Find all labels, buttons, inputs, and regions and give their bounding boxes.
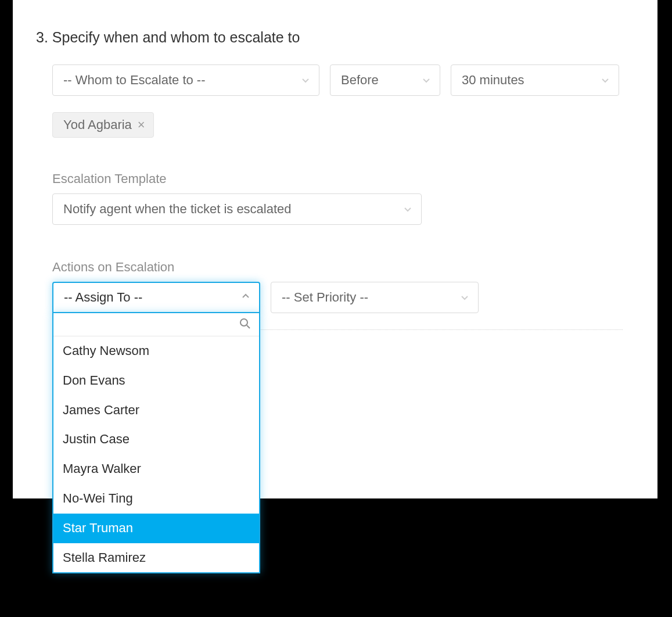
when-select[interactable]: Before (330, 64, 440, 96)
actions-on-escalation-label: Actions on Escalation (52, 260, 623, 275)
whom-to-escalate-value: -- Whom to Escalate to -- (63, 73, 206, 88)
assign-to-option[interactable]: Justin Case (53, 425, 259, 454)
chevron-down-icon (403, 204, 413, 214)
remove-chip-icon[interactable]: × (138, 119, 145, 131)
chip-label: Yod Agbaria (63, 117, 132, 132)
chevron-down-icon (600, 75, 610, 85)
dropdown-search-row (53, 313, 259, 336)
assign-to-placeholder: -- Assign To -- (64, 290, 142, 305)
duration-select[interactable]: 30 minutes (451, 64, 619, 96)
assign-to-dropdown: Cathy NewsomDon EvansJames CarterJustin … (52, 313, 260, 573)
step-number: 3. (36, 29, 48, 45)
escalation-panel: 3. Specify when and whom to escalate to … (13, 0, 657, 498)
whom-to-escalate-select[interactable]: -- Whom to Escalate to -- (52, 64, 319, 96)
search-icon (239, 318, 251, 332)
actions-row: -- Assign To -- Cathy NewsomDon EvansJam… (52, 282, 623, 313)
assign-to-option[interactable]: Stella Ramirez (53, 543, 259, 573)
svg-point-0 (240, 319, 247, 326)
assign-to-option[interactable]: Mayra Walker (53, 454, 259, 484)
chevron-down-icon (421, 75, 432, 85)
set-priority-placeholder: -- Set Priority -- (282, 290, 368, 305)
assign-to-option[interactable]: Star Truman (53, 514, 259, 543)
assign-to-option[interactable]: Cathy Newsom (53, 336, 259, 366)
escalation-target-chips: Yod Agbaria × (52, 112, 623, 138)
chevron-down-icon (459, 292, 470, 303)
duration-value: 30 minutes (462, 73, 524, 88)
assign-to-option[interactable]: Don Evans (53, 366, 259, 396)
when-value: Before (341, 73, 379, 88)
escalation-template-value: Notify agent when the ticket is escalate… (63, 202, 292, 217)
escalation-template-select[interactable]: Notify agent when the ticket is escalate… (52, 193, 422, 225)
escalation-template-label: Escalation Template (52, 171, 623, 186)
assign-to-select[interactable]: -- Assign To -- (52, 282, 260, 313)
step-title-text: Specify when and whom to escalate to (52, 29, 300, 45)
chevron-down-icon (300, 75, 311, 85)
escalation-target-chip[interactable]: Yod Agbaria × (52, 112, 154, 138)
svg-line-1 (247, 325, 250, 328)
assign-to-option[interactable]: No-Wei Ting (53, 484, 259, 514)
dropdown-search-input[interactable] (59, 318, 253, 331)
set-priority-select[interactable]: -- Set Priority -- (271, 282, 479, 313)
assign-to-option[interactable]: James Carter (53, 396, 259, 425)
chevron-up-icon (240, 290, 251, 305)
step-title: 3. Specify when and whom to escalate to (36, 29, 623, 46)
assign-to-wrap: -- Assign To -- Cathy NewsomDon EvansJam… (52, 282, 260, 313)
escalate-row: -- Whom to Escalate to -- Before 30 minu… (52, 64, 623, 96)
